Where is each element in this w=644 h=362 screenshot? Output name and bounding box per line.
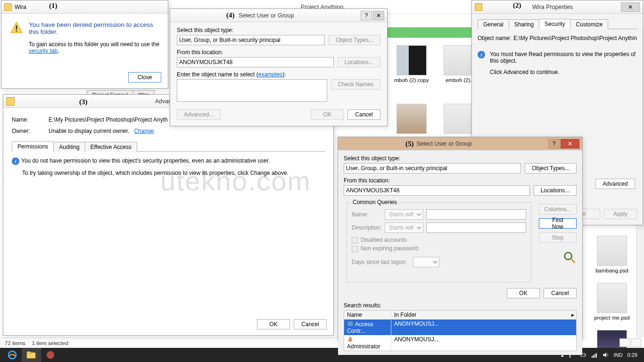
results-table[interactable]: Name In Folder ▸ Access Contr... ANONYMO… <box>344 310 577 351</box>
result-row-selected[interactable]: Access Contr... ANONYMOUSJ... <box>344 320 576 335</box>
file-thumbnail <box>444 45 474 75</box>
file-thumbnail <box>396 45 427 75</box>
file-name: project me.psd <box>591 315 633 321</box>
file-item[interactable]: mboh (2) copy <box>390 45 433 83</box>
stop-button[interactable]: Stop <box>539 232 577 243</box>
examples-link[interactable]: examples <box>258 71 282 78</box>
tray-clock[interactable]: 0:29 <box>627 352 637 358</box>
svg-rect-1 <box>16 25 17 30</box>
tray-volume-icon[interactable] <box>603 352 609 358</box>
select5-ok-button[interactable]: OK <box>507 288 540 298</box>
svg-point-3 <box>565 253 572 260</box>
help-button[interactable]: ? <box>361 11 372 20</box>
statusbar-selection: 1 item selected <box>32 340 68 346</box>
view-thumbnails-icon[interactable] <box>631 338 641 347</box>
cq-nonexpire-checkbox <box>352 246 358 252</box>
adv-sec-info: You do not have permission to view this … <box>21 157 270 164</box>
close-button[interactable]: ✕ <box>373 11 384 20</box>
tab-sharing[interactable]: Sharing <box>509 19 539 29</box>
tab-auditing[interactable]: Auditing <box>53 142 85 152</box>
tab-general[interactable]: General <box>478 19 509 29</box>
select5-cancel-button[interactable]: Cancel <box>544 288 577 298</box>
select4-type-field[interactable] <box>177 35 325 45</box>
view-details-icon[interactable] <box>619 338 630 347</box>
svg-point-5 <box>348 321 350 324</box>
select4-loc-field[interactable] <box>177 57 334 67</box>
tray-network-icon[interactable] <box>591 352 598 358</box>
object-name-textarea[interactable] <box>177 79 327 102</box>
denied-titlebar: Wira <box>1 0 168 14</box>
annotation-2: (2) <box>513 1 521 9</box>
close-button[interactable]: ✕ <box>621 2 640 12</box>
cq-nonexpire-label: Non expiring password <box>361 245 418 252</box>
security-tab-link[interactable]: security tab <box>29 48 58 54</box>
result-row[interactable]: Administrator ANONYMOUSJ... <box>344 335 576 351</box>
denied-heading: You have been denied permission to acces… <box>29 21 159 35</box>
file-item[interactable]: project me.psd <box>591 283 633 321</box>
cq-name-input <box>426 209 526 220</box>
annotation-4: (4) <box>226 11 235 19</box>
select5-loc-field[interactable] <box>344 185 530 196</box>
results-col-name[interactable]: Name <box>344 311 391 319</box>
file-item[interactable]: bambang.psd <box>591 236 633 273</box>
taskbar-explorer-icon[interactable] <box>22 348 41 362</box>
locations-button[interactable]: Locations... <box>338 57 380 67</box>
tray-language[interactable]: IND <box>614 352 623 358</box>
props-advanced-button[interactable]: Advanced <box>595 179 635 189</box>
select5-type-field[interactable] <box>344 163 521 173</box>
close-button[interactable]: ✕ <box>561 139 579 148</box>
common-queries-legend: Common Queries <box>351 199 399 206</box>
result-folder: ANONYMOUSJ... <box>391 320 576 335</box>
adv-sec-ok-button[interactable]: OK <box>257 319 290 329</box>
search-results-label: Search results: <box>344 302 381 309</box>
group-icon <box>347 321 354 326</box>
file-item[interactable] <box>390 104 433 136</box>
locations-button[interactable]: Locations... <box>534 185 577 196</box>
svg-rect-2 <box>16 30 17 32</box>
file-thumbnail <box>597 283 627 313</box>
svg-rect-18 <box>593 355 594 358</box>
search-icon <box>562 250 577 264</box>
tab-security[interactable]: Security <box>539 19 570 29</box>
file-name: mboh (2) copy <box>390 77 433 83</box>
tab-customize[interactable]: Customize <box>570 19 608 29</box>
adv-sec-info2: To try taking ownership of the object, w… <box>12 170 325 176</box>
file-name: bambang.psd <box>591 268 633 273</box>
select5-loc-label: From this location: <box>344 177 577 184</box>
select4-ok-button[interactable]: OK <box>311 109 344 120</box>
object-types-button[interactable]: Object Types... <box>525 163 577 173</box>
select4-cancel-button[interactable]: Cancel <box>347 109 380 120</box>
select4-title: Select User or Group <box>173 12 360 19</box>
folder-icon <box>475 3 482 11</box>
find-now-button[interactable]: Find Now <box>539 218 577 229</box>
props-apply-button[interactable]: Apply <box>604 209 637 219</box>
check-names-button[interactable]: Check Names <box>331 79 380 90</box>
props-titlebar: Wira Properties ✕ <box>472 0 643 14</box>
adv-sec-cancel-button[interactable]: Cancel <box>294 319 327 329</box>
svg-point-8 <box>349 337 351 339</box>
cq-name-label: Name: <box>352 211 385 218</box>
svg-rect-9 <box>348 339 353 341</box>
advanced-button[interactable]: Advanced... <box>177 109 221 120</box>
svg-point-13 <box>47 351 54 359</box>
svg-rect-16 <box>585 354 586 355</box>
cq-days-label: Days since last logon: <box>352 259 413 265</box>
adv-sec-change-link[interactable]: Change <box>134 128 154 134</box>
object-types-button[interactable]: Object Types... <box>329 35 380 45</box>
chevron-right-icon[interactable]: ▸ <box>569 311 576 319</box>
columns-button[interactable]: Columns... <box>539 204 577 214</box>
folder-icon <box>4 3 12 11</box>
tab-permissions[interactable]: Permissions <box>12 141 54 152</box>
help-button[interactable]: ? <box>548 139 560 148</box>
file-thumbnail <box>444 104 474 134</box>
cq-disabled-label: Disabled accounts <box>361 237 407 243</box>
taskbar-ie-icon[interactable] <box>3 348 22 362</box>
cq-days-select <box>413 257 439 267</box>
results-col-folder[interactable]: In Folder <box>391 311 569 319</box>
result-name: Administrator <box>347 343 380 350</box>
taskbar-app-icon[interactable] <box>41 348 59 362</box>
denied-close-button[interactable]: Close <box>128 72 161 82</box>
annotation-3: (3) <box>79 98 88 106</box>
props-info2: Click Advanced to continue. <box>490 69 637 75</box>
tab-effective-access[interactable]: Effective Access <box>85 142 137 152</box>
